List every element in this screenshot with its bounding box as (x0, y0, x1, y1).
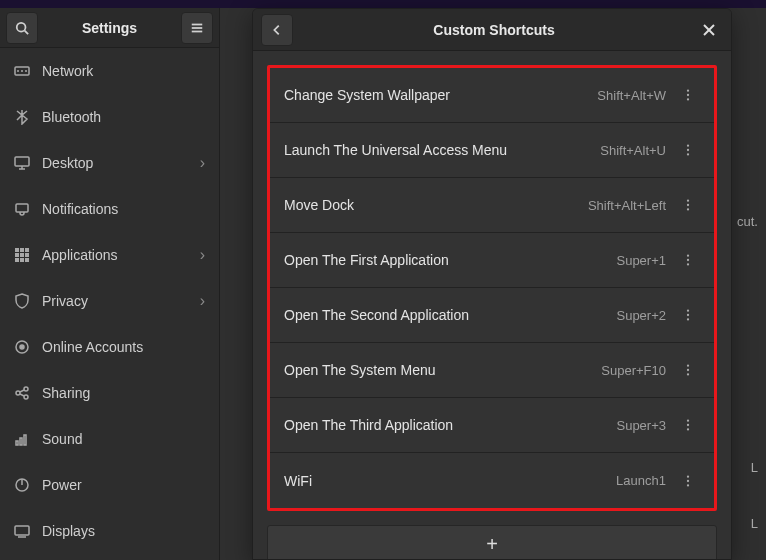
shortcut-name: Open The First Application (284, 252, 616, 268)
svg-point-38 (687, 89, 689, 91)
svg-point-58 (687, 428, 689, 430)
shortcut-name: WiFi (284, 473, 616, 489)
shortcut-menu-button[interactable] (676, 83, 700, 107)
svg-rect-9 (15, 157, 29, 166)
svg-point-42 (687, 149, 689, 151)
svg-point-45 (687, 204, 689, 206)
svg-point-7 (21, 70, 23, 72)
sidebar-item-bluetooth[interactable]: Bluetooth (0, 94, 219, 140)
plus-icon: + (486, 533, 498, 556)
shortcut-menu-button[interactable] (676, 193, 700, 217)
shortcut-row[interactable]: Move DockShift+Alt+Left (270, 178, 714, 233)
shortcut-row[interactable]: WiFiLaunch1 (270, 453, 714, 508)
bluetooth-icon (14, 109, 36, 125)
sidebar-item-desktop[interactable]: Desktop› (0, 140, 219, 186)
sidebar-item-label: Sharing (42, 385, 205, 401)
shortcut-menu-button[interactable] (676, 469, 700, 493)
svg-line-1 (25, 30, 29, 34)
svg-rect-14 (20, 248, 24, 252)
svg-point-8 (25, 70, 27, 72)
svg-rect-13 (15, 248, 19, 252)
shortcut-keys: Super+3 (616, 418, 666, 433)
sidebar-item-sound[interactable]: Sound (0, 416, 219, 462)
back-button[interactable] (261, 14, 293, 46)
shortcut-keys: Shift+Alt+Left (588, 198, 666, 213)
sidebar-item-online-accounts[interactable]: Online Accounts (0, 324, 219, 370)
hamburger-menu-button[interactable] (181, 12, 213, 44)
svg-point-59 (687, 475, 689, 477)
svg-point-25 (24, 387, 28, 391)
svg-point-46 (687, 208, 689, 210)
shortcut-row[interactable]: Open The Second ApplicationSuper+2 (270, 288, 714, 343)
svg-rect-20 (20, 258, 24, 262)
svg-point-24 (16, 391, 20, 395)
shortcut-row[interactable]: Open The Third ApplicationSuper+3 (270, 398, 714, 453)
sidebar-item-network[interactable]: Network (0, 48, 219, 94)
shortcut-row[interactable]: Open The System MenuSuper+F10 (270, 343, 714, 398)
shortcut-name: Move Dock (284, 197, 588, 213)
svg-rect-16 (15, 253, 19, 257)
desktop-icon (14, 155, 36, 171)
sidebar-item-applications[interactable]: Applications› (0, 232, 219, 278)
shortcut-menu-button[interactable] (676, 248, 700, 272)
shortcut-menu-button[interactable] (676, 413, 700, 437)
shortcut-name: Open The Third Application (284, 417, 616, 433)
sidebar-item-notifications[interactable]: Notifications (0, 186, 219, 232)
hamburger-icon (190, 21, 204, 35)
search-button[interactable] (6, 12, 38, 44)
shortcut-menu-button[interactable] (676, 358, 700, 382)
close-button[interactable] (695, 16, 723, 44)
sidebar-item-power[interactable]: Power (0, 462, 219, 508)
chevron-right-icon: › (200, 292, 205, 310)
svg-point-41 (687, 144, 689, 146)
apps-icon (14, 247, 36, 263)
bg-hint: L (751, 460, 758, 475)
svg-line-27 (20, 390, 24, 392)
shortcut-menu-button[interactable] (676, 138, 700, 162)
chevron-right-icon: › (200, 246, 205, 264)
sidebar-item-label: Notifications (42, 201, 205, 217)
kebab-icon (681, 198, 695, 212)
shortcut-keys: Super+F10 (601, 363, 666, 378)
shortcut-keys: Super+1 (616, 253, 666, 268)
svg-rect-15 (25, 248, 29, 252)
sidebar-header: Settings (0, 8, 219, 48)
sidebar-item-label: Sound (42, 431, 205, 447)
dialog-title: Custom Shortcuts (293, 22, 695, 38)
kebab-icon (681, 363, 695, 377)
online-icon (14, 339, 36, 355)
shortcut-name: Open The System Menu (284, 362, 601, 378)
desktop-top-strip (0, 0, 766, 8)
shortcut-name: Open The Second Application (284, 307, 616, 323)
shortcut-menu-button[interactable] (676, 303, 700, 327)
svg-rect-12 (16, 204, 28, 212)
custom-shortcuts-dialog: Custom Shortcuts Change System Wallpaper… (252, 8, 732, 560)
svg-rect-31 (24, 435, 26, 445)
bg-hint: cut. (737, 214, 758, 229)
sidebar-item-displays[interactable]: Displays (0, 508, 219, 554)
sidebar-list: NetworkBluetoothDesktop›NotificationsApp… (0, 48, 219, 560)
sidebar-item-sharing[interactable]: Sharing (0, 370, 219, 416)
chevron-right-icon: › (200, 154, 205, 172)
svg-point-60 (687, 479, 689, 481)
bg-hint: L (751, 516, 758, 531)
shortcut-row[interactable]: Open The First ApplicationSuper+1 (270, 233, 714, 288)
sidebar-item-privacy[interactable]: Privacy› (0, 278, 219, 324)
svg-rect-30 (20, 438, 22, 445)
kebab-icon (681, 474, 695, 488)
sidebar-item-label: Bluetooth (42, 109, 205, 125)
kebab-icon (681, 418, 695, 432)
svg-point-56 (687, 419, 689, 421)
svg-line-28 (20, 394, 24, 396)
svg-rect-34 (15, 526, 29, 535)
sidebar-item-label: Power (42, 477, 205, 493)
chevron-left-icon (270, 23, 284, 37)
shortcut-row[interactable]: Change System WallpaperShift+Alt+W (270, 68, 714, 123)
svg-point-61 (687, 484, 689, 486)
add-shortcut-button[interactable]: + (267, 525, 717, 559)
power-icon (14, 477, 36, 493)
settings-sidebar: Settings NetworkBluetoothDesktop›Notific… (0, 8, 220, 560)
sidebar-item-label: Online Accounts (42, 339, 205, 355)
shortcut-row[interactable]: Launch The Universal Access MenuShift+Al… (270, 123, 714, 178)
svg-rect-18 (25, 253, 29, 257)
